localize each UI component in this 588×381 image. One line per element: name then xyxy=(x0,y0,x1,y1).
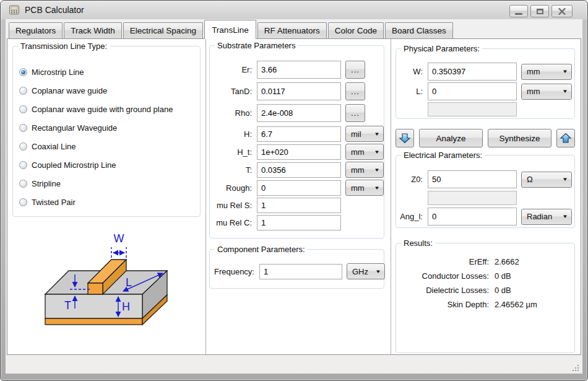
radio-button-icon[interactable] xyxy=(19,105,27,113)
diagram-label-t: T xyxy=(64,299,71,312)
chevron-down-icon: ▼ xyxy=(562,69,568,74)
radio-coupled-microstrip-line[interactable]: Coupled Microstrip Line xyxy=(19,155,200,174)
radio-button-icon[interactable] xyxy=(19,124,27,132)
tab-track-width[interactable]: Track Width xyxy=(64,22,122,38)
ereff-value: 2.6662 xyxy=(495,255,572,269)
analyze-button[interactable]: Analyze xyxy=(419,129,483,147)
ht-unit-select[interactable]: mm ▼ xyxy=(345,144,384,160)
ang-l-input[interactable] xyxy=(428,208,517,226)
tab-color-code[interactable]: Color Code xyxy=(328,22,384,38)
resize-grip[interactable] xyxy=(572,364,579,372)
results-column: Physical Parameters: W: mm ▼ L: mm xyxy=(391,39,581,354)
substrate-parameters-group: Substrate Parameters Er: ... TanD: ... R… xyxy=(209,45,384,239)
tand-input[interactable] xyxy=(257,82,341,100)
w-label: W: xyxy=(399,67,423,76)
t-unit-select[interactable]: mm ▼ xyxy=(345,162,384,178)
tab-board-classes[interactable]: Board Classes xyxy=(385,22,453,38)
radio-button-icon[interactable] xyxy=(19,180,27,188)
radio-stripline[interactable]: Stripline xyxy=(19,174,200,193)
diagram-label-h: H xyxy=(122,300,130,313)
er-label: Er: xyxy=(212,65,253,74)
ang-l-unit-select[interactable]: Radian ▼ xyxy=(521,209,572,225)
diagram-label-l: L xyxy=(126,276,132,289)
skin-depth-label: Skin Depth: xyxy=(396,297,489,312)
close-button[interactable] xyxy=(551,5,573,17)
rough-unit-select[interactable]: mm ▼ xyxy=(345,180,384,196)
physical-readonly-row xyxy=(399,102,572,116)
conductor-losses-row: Conductor Losses: 0 dB xyxy=(396,269,572,283)
rho-input[interactable] xyxy=(257,104,341,122)
minimize-icon xyxy=(515,13,522,15)
synthesize-button[interactable]: Synthesize xyxy=(488,129,551,147)
copy-down-button[interactable] xyxy=(396,129,414,147)
mu-rel-c-row: mu Rel C: xyxy=(212,215,382,230)
radio-button-icon[interactable] xyxy=(19,198,27,206)
electrical-readonly-field xyxy=(428,191,517,205)
mu-rel-c-input[interactable] xyxy=(257,215,341,230)
radio-coaxial-line[interactable]: Coaxial Line xyxy=(19,137,200,155)
tab-regulators[interactable]: Regulators xyxy=(9,22,63,38)
radio-button-icon[interactable] xyxy=(19,142,27,151)
ht-input[interactable] xyxy=(257,144,341,160)
z0-label: Z0: xyxy=(399,175,423,184)
h-input[interactable] xyxy=(257,126,341,142)
tab-electrical-spacing[interactable]: Electrical Spacing xyxy=(123,22,203,38)
dielectric-losses-row: Dielectric Losses: 0 dB xyxy=(396,283,572,297)
mu-rel-s-input[interactable] xyxy=(257,198,341,213)
frequency-row: Frequency: GHz ▼ xyxy=(212,263,382,279)
minimize-button[interactable] xyxy=(509,5,528,17)
w-input[interactable] xyxy=(428,63,517,81)
z0-input[interactable] xyxy=(428,170,517,188)
l-unit-select[interactable]: mm ▼ xyxy=(521,84,572,100)
copy-up-button[interactable] xyxy=(556,129,575,147)
results-group: Results: ErEff: 2.6662 Conductor Losses:… xyxy=(396,243,575,353)
maximize-icon xyxy=(537,9,543,14)
radio-microstrip-line[interactable]: Microstrip Line xyxy=(19,63,200,81)
tand-row: TanD: ... xyxy=(212,82,382,100)
w-unit-select[interactable]: mm ▼ xyxy=(521,64,572,80)
tand-label: TanD: xyxy=(212,87,253,96)
maximize-button[interactable] xyxy=(530,5,549,17)
window-title: PCB Calculator xyxy=(25,5,84,15)
tab-rf-attenuators[interactable]: RF Attenuators xyxy=(257,22,327,38)
blue-arrow-down-icon xyxy=(399,132,411,144)
radio-button-icon[interactable] xyxy=(19,161,27,169)
t-label: T: xyxy=(212,165,253,175)
ereff-label: ErEff: xyxy=(396,255,489,269)
rough-input[interactable] xyxy=(257,180,341,196)
tab-bar: Regulators Track Width Electrical Spacin… xyxy=(6,19,582,38)
conductor-losses-value: 0 dB xyxy=(495,269,572,283)
dielectric-losses-label: Dielectric Losses: xyxy=(396,283,489,297)
z0-unit-select[interactable]: Ω ▼ xyxy=(521,172,572,188)
radio-button-icon[interactable] xyxy=(19,68,27,76)
chevron-down-icon: ▼ xyxy=(374,131,380,137)
radio-twisted-pair[interactable]: Twisted Pair xyxy=(19,193,200,211)
tand-browse-button[interactable]: ... xyxy=(345,82,365,100)
rough-row: Rough: mm ▼ xyxy=(212,180,382,196)
chevron-down-icon: ▼ xyxy=(562,214,568,219)
frequency-input[interactable] xyxy=(259,264,342,279)
l-label: L: xyxy=(399,87,423,96)
transmission-line-type-group: Transmission Line Type: Microstrip Line … xyxy=(12,46,201,217)
frequency-unit-select[interactable]: GHz ▼ xyxy=(347,263,385,279)
calculator-app-icon xyxy=(9,4,20,15)
skin-depth-value: 2.46562 µm xyxy=(495,297,572,312)
h-unit-select[interactable]: mil ▼ xyxy=(345,126,384,142)
l-input[interactable] xyxy=(428,82,517,100)
radio-rectangular-waveguide[interactable]: Rectangular Waveguide xyxy=(19,118,200,137)
ereff-row: ErEff: 2.6662 xyxy=(396,255,572,269)
group-title: Physical Parameters: xyxy=(401,44,482,53)
rho-row: Rho: ... xyxy=(212,104,382,122)
rho-browse-button[interactable]: ... xyxy=(345,104,365,122)
titlebar[interactable]: PCB Calculator xyxy=(1,1,587,19)
mu-rel-c-label: mu Rel C: xyxy=(212,218,253,227)
physical-readonly-field xyxy=(428,102,517,116)
radio-coplanar-wave-guide-ground-plane[interactable]: Coplanar wave guide with ground plane xyxy=(19,100,200,118)
t-input[interactable] xyxy=(257,162,341,178)
er-input[interactable] xyxy=(257,61,341,79)
tab-transline[interactable]: TransLine xyxy=(204,20,256,39)
radio-coplanar-wave-guide[interactable]: Coplanar wave guide xyxy=(19,81,200,100)
ang-l-label: Ang_l: xyxy=(399,212,423,221)
radio-button-icon[interactable] xyxy=(19,87,27,95)
er-browse-button[interactable]: ... xyxy=(345,61,365,79)
